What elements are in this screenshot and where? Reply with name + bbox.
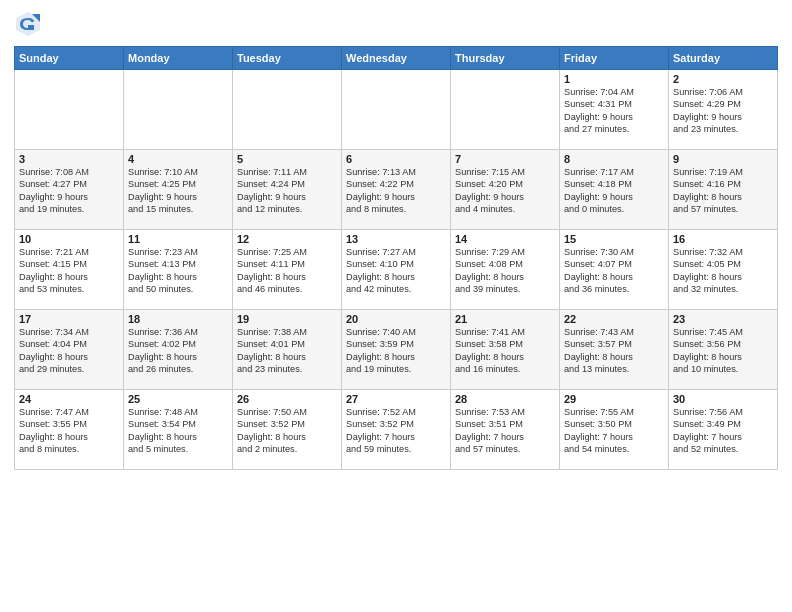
- day-number: 6: [346, 153, 446, 165]
- calendar-cell: 25Sunrise: 7:48 AM Sunset: 3:54 PM Dayli…: [124, 390, 233, 470]
- day-number: 23: [673, 313, 773, 325]
- page: SundayMondayTuesdayWednesdayThursdayFrid…: [0, 0, 792, 612]
- calendar-cell: 1Sunrise: 7:04 AM Sunset: 4:31 PM Daylig…: [560, 70, 669, 150]
- calendar-weekday-thursday: Thursday: [451, 47, 560, 70]
- calendar-cell: 9Sunrise: 7:19 AM Sunset: 4:16 PM Daylig…: [669, 150, 778, 230]
- day-number: 24: [19, 393, 119, 405]
- calendar-table: SundayMondayTuesdayWednesdayThursdayFrid…: [14, 46, 778, 470]
- calendar-weekday-sunday: Sunday: [15, 47, 124, 70]
- day-number: 14: [455, 233, 555, 245]
- calendar-header-row: SundayMondayTuesdayWednesdayThursdayFrid…: [15, 47, 778, 70]
- day-number: 17: [19, 313, 119, 325]
- day-info: Sunrise: 7:55 AM Sunset: 3:50 PM Dayligh…: [564, 406, 664, 456]
- day-info: Sunrise: 7:38 AM Sunset: 4:01 PM Dayligh…: [237, 326, 337, 376]
- calendar-cell: 11Sunrise: 7:23 AM Sunset: 4:13 PM Dayli…: [124, 230, 233, 310]
- calendar-week-row: 17Sunrise: 7:34 AM Sunset: 4:04 PM Dayli…: [15, 310, 778, 390]
- day-info: Sunrise: 7:17 AM Sunset: 4:18 PM Dayligh…: [564, 166, 664, 216]
- calendar-weekday-saturday: Saturday: [669, 47, 778, 70]
- day-number: 21: [455, 313, 555, 325]
- day-info: Sunrise: 7:11 AM Sunset: 4:24 PM Dayligh…: [237, 166, 337, 216]
- calendar-cell: 3Sunrise: 7:08 AM Sunset: 4:27 PM Daylig…: [15, 150, 124, 230]
- calendar-cell: 27Sunrise: 7:52 AM Sunset: 3:52 PM Dayli…: [342, 390, 451, 470]
- day-info: Sunrise: 7:30 AM Sunset: 4:07 PM Dayligh…: [564, 246, 664, 296]
- calendar-cell: 21Sunrise: 7:41 AM Sunset: 3:58 PM Dayli…: [451, 310, 560, 390]
- day-info: Sunrise: 7:29 AM Sunset: 4:08 PM Dayligh…: [455, 246, 555, 296]
- day-number: 19: [237, 313, 337, 325]
- calendar-weekday-wednesday: Wednesday: [342, 47, 451, 70]
- day-number: 4: [128, 153, 228, 165]
- day-info: Sunrise: 7:56 AM Sunset: 3:49 PM Dayligh…: [673, 406, 773, 456]
- day-number: 27: [346, 393, 446, 405]
- day-info: Sunrise: 7:47 AM Sunset: 3:55 PM Dayligh…: [19, 406, 119, 456]
- day-number: 1: [564, 73, 664, 85]
- calendar-cell: 26Sunrise: 7:50 AM Sunset: 3:52 PM Dayli…: [233, 390, 342, 470]
- day-number: 18: [128, 313, 228, 325]
- calendar-cell: 17Sunrise: 7:34 AM Sunset: 4:04 PM Dayli…: [15, 310, 124, 390]
- day-number: 25: [128, 393, 228, 405]
- calendar-weekday-monday: Monday: [124, 47, 233, 70]
- day-number: 16: [673, 233, 773, 245]
- calendar-cell: 23Sunrise: 7:45 AM Sunset: 3:56 PM Dayli…: [669, 310, 778, 390]
- day-info: Sunrise: 7:40 AM Sunset: 3:59 PM Dayligh…: [346, 326, 446, 376]
- calendar-cell: [451, 70, 560, 150]
- calendar-cell: 19Sunrise: 7:38 AM Sunset: 4:01 PM Dayli…: [233, 310, 342, 390]
- day-info: Sunrise: 7:43 AM Sunset: 3:57 PM Dayligh…: [564, 326, 664, 376]
- calendar-week-row: 24Sunrise: 7:47 AM Sunset: 3:55 PM Dayli…: [15, 390, 778, 470]
- calendar-cell: 7Sunrise: 7:15 AM Sunset: 4:20 PM Daylig…: [451, 150, 560, 230]
- day-info: Sunrise: 7:10 AM Sunset: 4:25 PM Dayligh…: [128, 166, 228, 216]
- day-info: Sunrise: 7:32 AM Sunset: 4:05 PM Dayligh…: [673, 246, 773, 296]
- logo-icon: [14, 10, 42, 38]
- day-number: 2: [673, 73, 773, 85]
- calendar-cell: 2Sunrise: 7:06 AM Sunset: 4:29 PM Daylig…: [669, 70, 778, 150]
- day-info: Sunrise: 7:52 AM Sunset: 3:52 PM Dayligh…: [346, 406, 446, 456]
- calendar-cell: 18Sunrise: 7:36 AM Sunset: 4:02 PM Dayli…: [124, 310, 233, 390]
- calendar-cell: [342, 70, 451, 150]
- calendar-cell: 6Sunrise: 7:13 AM Sunset: 4:22 PM Daylig…: [342, 150, 451, 230]
- calendar-cell: 4Sunrise: 7:10 AM Sunset: 4:25 PM Daylig…: [124, 150, 233, 230]
- day-info: Sunrise: 7:08 AM Sunset: 4:27 PM Dayligh…: [19, 166, 119, 216]
- day-number: 28: [455, 393, 555, 405]
- header: [14, 10, 778, 38]
- calendar-weekday-tuesday: Tuesday: [233, 47, 342, 70]
- day-number: 8: [564, 153, 664, 165]
- day-number: 3: [19, 153, 119, 165]
- calendar-cell: 30Sunrise: 7:56 AM Sunset: 3:49 PM Dayli…: [669, 390, 778, 470]
- calendar-cell: [124, 70, 233, 150]
- day-info: Sunrise: 7:48 AM Sunset: 3:54 PM Dayligh…: [128, 406, 228, 456]
- calendar-cell: 8Sunrise: 7:17 AM Sunset: 4:18 PM Daylig…: [560, 150, 669, 230]
- calendar-cell: 22Sunrise: 7:43 AM Sunset: 3:57 PM Dayli…: [560, 310, 669, 390]
- day-info: Sunrise: 7:41 AM Sunset: 3:58 PM Dayligh…: [455, 326, 555, 376]
- day-info: Sunrise: 7:45 AM Sunset: 3:56 PM Dayligh…: [673, 326, 773, 376]
- day-info: Sunrise: 7:36 AM Sunset: 4:02 PM Dayligh…: [128, 326, 228, 376]
- day-number: 30: [673, 393, 773, 405]
- calendar-cell: 29Sunrise: 7:55 AM Sunset: 3:50 PM Dayli…: [560, 390, 669, 470]
- day-number: 15: [564, 233, 664, 245]
- calendar-cell: 10Sunrise: 7:21 AM Sunset: 4:15 PM Dayli…: [15, 230, 124, 310]
- day-number: 12: [237, 233, 337, 245]
- day-info: Sunrise: 7:23 AM Sunset: 4:13 PM Dayligh…: [128, 246, 228, 296]
- calendar-cell: 16Sunrise: 7:32 AM Sunset: 4:05 PM Dayli…: [669, 230, 778, 310]
- day-number: 10: [19, 233, 119, 245]
- calendar-weekday-friday: Friday: [560, 47, 669, 70]
- calendar-cell: 15Sunrise: 7:30 AM Sunset: 4:07 PM Dayli…: [560, 230, 669, 310]
- day-number: 22: [564, 313, 664, 325]
- calendar-cell: 20Sunrise: 7:40 AM Sunset: 3:59 PM Dayli…: [342, 310, 451, 390]
- day-info: Sunrise: 7:21 AM Sunset: 4:15 PM Dayligh…: [19, 246, 119, 296]
- day-info: Sunrise: 7:06 AM Sunset: 4:29 PM Dayligh…: [673, 86, 773, 136]
- day-info: Sunrise: 7:15 AM Sunset: 4:20 PM Dayligh…: [455, 166, 555, 216]
- day-info: Sunrise: 7:53 AM Sunset: 3:51 PM Dayligh…: [455, 406, 555, 456]
- day-info: Sunrise: 7:25 AM Sunset: 4:11 PM Dayligh…: [237, 246, 337, 296]
- day-number: 26: [237, 393, 337, 405]
- calendar-week-row: 10Sunrise: 7:21 AM Sunset: 4:15 PM Dayli…: [15, 230, 778, 310]
- day-number: 11: [128, 233, 228, 245]
- day-number: 29: [564, 393, 664, 405]
- calendar-cell: [233, 70, 342, 150]
- day-number: 9: [673, 153, 773, 165]
- logo: [14, 10, 46, 38]
- calendar-cell: 5Sunrise: 7:11 AM Sunset: 4:24 PM Daylig…: [233, 150, 342, 230]
- calendar-cell: 14Sunrise: 7:29 AM Sunset: 4:08 PM Dayli…: [451, 230, 560, 310]
- calendar-cell: 12Sunrise: 7:25 AM Sunset: 4:11 PM Dayli…: [233, 230, 342, 310]
- day-info: Sunrise: 7:50 AM Sunset: 3:52 PM Dayligh…: [237, 406, 337, 456]
- calendar-cell: 28Sunrise: 7:53 AM Sunset: 3:51 PM Dayli…: [451, 390, 560, 470]
- day-info: Sunrise: 7:27 AM Sunset: 4:10 PM Dayligh…: [346, 246, 446, 296]
